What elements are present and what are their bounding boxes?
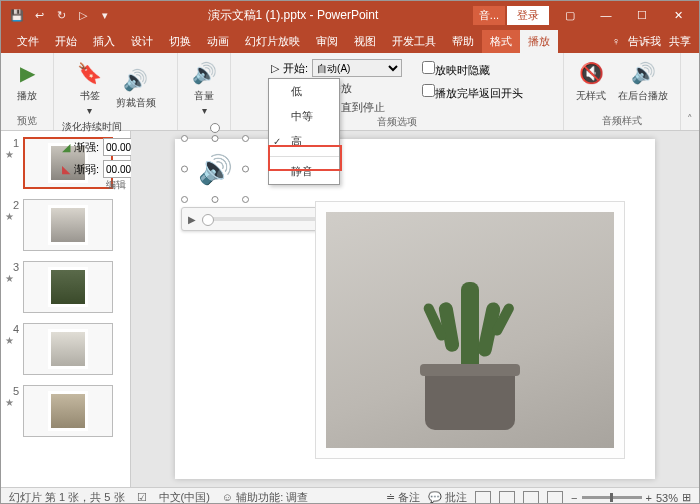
fade-in-icon: ◢ [62,141,70,154]
slide-canvas[interactable]: 🔊 ▶ ◀ ▶ 00:00.00 🔊 [131,131,699,487]
volume-low[interactable]: 低 [269,79,339,104]
resize-handle[interactable] [181,166,188,173]
lightbulb-icon: ♀ [612,35,620,47]
ribbon: ▶ 播放 预览 🔖 书签 ▾ 🔊 剪裁音频 淡化持续时间 ◢ 渐强: ▴▾ [1,53,699,131]
tab-playback[interactable]: 播放 [520,30,558,53]
tab-slideshow[interactable]: 幻灯片放映 [237,30,308,53]
resize-handle[interactable] [181,135,188,142]
no-style-button[interactable]: 🔇 无样式 [572,57,610,105]
maximize-button[interactable]: ☐ [625,5,659,25]
comments-button[interactable]: 💬 批注 [428,490,467,504]
tab-transition[interactable]: 切换 [161,30,199,53]
group-volume: 🔊 音量 ▾ [178,53,231,130]
save-icon[interactable]: 💾 [9,7,25,23]
zoom-slider[interactable] [582,496,642,499]
language[interactable]: 中文(中国) [159,490,210,504]
tab-help[interactable]: 帮助 [444,30,482,53]
play-button[interactable]: ▶ 播放 [9,57,45,105]
menu-separator [269,156,339,157]
minimize-button[interactable]: — [589,5,623,25]
thumbnail-5[interactable]: 5★ [5,385,126,437]
ribbon-tabs: 文件 开始 插入 设计 切换 动画 幻灯片放映 审阅 视图 开发工具 帮助 格式… [1,29,699,53]
tab-view[interactable]: 视图 [346,30,384,53]
tab-insert[interactable]: 插入 [85,30,123,53]
close-button[interactable]: ✕ [661,5,695,25]
rotate-handle[interactable] [210,123,220,133]
zoom-level[interactable]: 53% [656,492,678,504]
fade-out-icon: ◣ [62,163,70,176]
window-title: 演示文稿1 (1).pptx - PowerPoint [113,7,473,24]
volume-high[interactable]: 高 [269,129,339,154]
reading-view-icon[interactable] [523,491,539,505]
slide: 🔊 ▶ ◀ ▶ 00:00.00 🔊 [175,139,655,479]
volume-mute[interactable]: 静音 [269,159,339,184]
thumbnail-3[interactable]: 3★ [5,261,126,313]
trim-audio-button[interactable]: 🔊 剪裁音频 [112,64,160,112]
volume-medium[interactable]: 中等 [269,104,339,129]
player-track[interactable] [202,217,323,221]
start-icon: ▷ [271,62,279,75]
hide-checkbox[interactable]: 放映时隐藏 [422,61,490,78]
tab-dev[interactable]: 开发工具 [384,30,444,53]
ribbon-options-icon[interactable]: ▢ [553,5,587,25]
quick-access-toolbar: 💾 ↩ ↻ ▷ ▾ [5,7,113,23]
notes-button[interactable]: ≐ 备注 [386,490,420,504]
slideshow-icon[interactable]: ▷ [75,7,91,23]
slide-count: 幻灯片 第 1 张，共 5 张 [9,490,125,504]
slideshow-view-icon[interactable] [547,491,563,505]
fit-view-icon[interactable]: ⊞ [682,491,691,504]
login-button[interactable]: 登录 [507,6,549,25]
resize-handle[interactable] [242,135,249,142]
collapse-ribbon-icon[interactable]: ˄ [681,53,699,130]
redo-icon[interactable]: ↻ [53,7,69,23]
tab-home[interactable]: 开始 [47,30,85,53]
speaker-icon: 🔊 [193,147,237,191]
resize-handle[interactable] [242,166,249,173]
tab-design[interactable]: 设计 [123,30,161,53]
undo-icon[interactable]: ↩ [31,7,47,23]
thumbnail-2[interactable]: 2★ [5,199,126,251]
start-select[interactable]: 自动(A) [312,59,402,77]
volume-button[interactable]: 🔊 音量 ▾ [186,57,222,118]
volume-icon: 🔊 [190,59,218,87]
title-bar: 💾 ↩ ↻ ▷ ▾ 演示文稿1 (1).pptx - PowerPoint 音.… [1,1,699,29]
rewind-checkbox[interactable]: 播放完毕返回开头 [422,84,523,101]
bookmark-button[interactable]: 🔖 书签 ▾ [72,57,108,118]
player-play-icon[interactable]: ▶ [188,214,196,225]
window-controls: ▢ — ☐ ✕ [553,5,695,25]
tab-format[interactable]: 格式 [482,30,520,53]
group-bookmark: 🔖 书签 ▾ 🔊 剪裁音频 淡化持续时间 ◢ 渐强: ▴▾ ◣ 渐弱: ▴▾ [54,53,178,130]
resize-handle[interactable] [181,196,188,203]
no-style-icon: 🔇 [577,59,605,87]
group-preview: ▶ 播放 预览 [1,53,54,130]
zoom-out[interactable]: − [571,492,577,504]
thumbnail-4[interactable]: 4★ [5,323,126,375]
spell-icon[interactable]: ☑ [137,491,147,504]
volume-dropdown: 低 中等 高 静音 [268,78,340,185]
audio-object[interactable]: 🔊 [185,139,245,199]
sorter-view-icon[interactable] [499,491,515,505]
group-audio-style: 🔇 无样式 🔊 在后台播放 音频样式 [564,53,681,130]
tell-me[interactable]: 告诉我 [628,34,661,49]
bookmark-icon: 🔖 [76,59,104,87]
play-icon: ▶ [13,59,41,87]
tab-file[interactable]: 文件 [9,30,47,53]
zoom-in[interactable]: + [646,492,652,504]
zoom-control: − + 53% ⊞ [571,491,691,504]
qat-more-icon[interactable]: ▾ [97,7,113,23]
speaker-icon: 🔊 [122,66,150,94]
bg-play-icon: 🔊 [629,59,657,87]
audio-context-label: 音... [473,6,505,25]
normal-view-icon[interactable] [475,491,491,505]
tab-animation[interactable]: 动画 [199,30,237,53]
accessibility[interactable]: ☺ 辅助功能: 调查 [222,490,308,504]
play-background-button[interactable]: 🔊 在后台播放 [614,57,672,105]
photo-frame [315,201,625,459]
resize-handle[interactable] [212,196,219,203]
resize-handle[interactable] [212,135,219,142]
resize-handle[interactable] [242,196,249,203]
status-bar: 幻灯片 第 1 张，共 5 张 ☑ 中文(中国) ☺ 辅助功能: 调查 ≐ 备注… [1,487,699,504]
share-button[interactable]: 共享 [669,34,691,49]
tab-review[interactable]: 审阅 [308,30,346,53]
